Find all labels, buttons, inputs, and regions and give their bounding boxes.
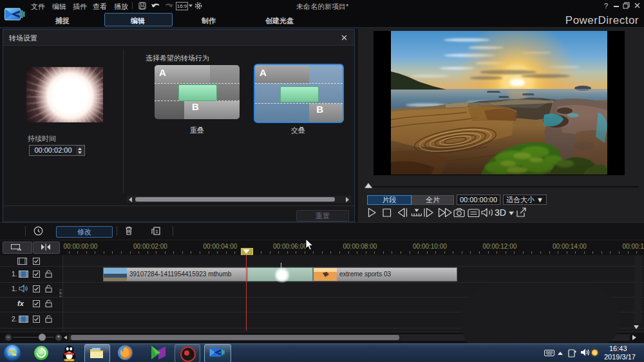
svg-text:3D: 3D [495, 207, 506, 218]
